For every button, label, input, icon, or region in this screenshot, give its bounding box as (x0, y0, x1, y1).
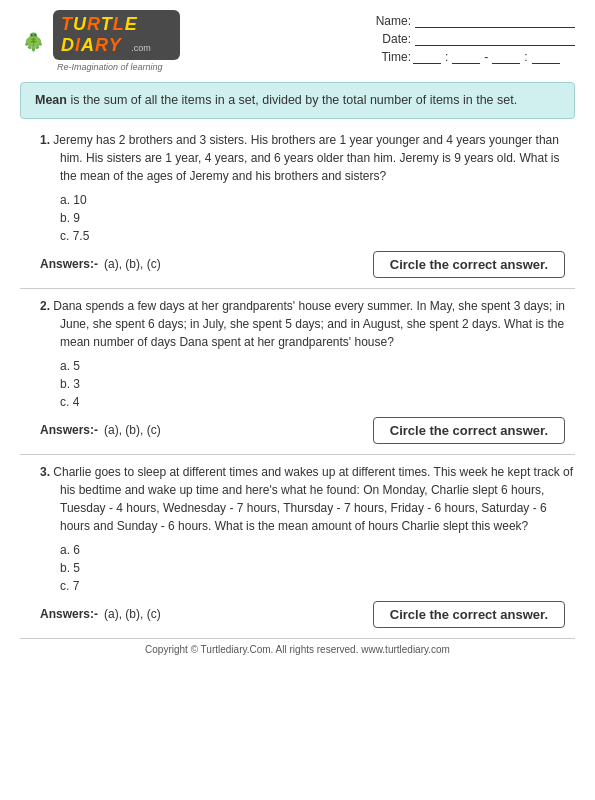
answer-choices-3: (a), (b), (c) (104, 607, 161, 621)
question-1-text: 1. Jeremy has 2 brothers and 3 sisters. … (40, 131, 575, 185)
date-row: Date: (371, 32, 575, 46)
svg-point-9 (34, 34, 36, 36)
logo-box: TURTLE DIARY .com (53, 10, 180, 60)
question-3-options: a. 6 b. 5 c. 7 (20, 543, 575, 593)
answers-row-3: Answers:- (a), (b), (c) Circle the corre… (20, 601, 575, 628)
answers-row-1: Answers:- (a), (b), (c) Circle the corre… (20, 251, 575, 278)
question-1: 1. Jeremy has 2 brothers and 3 sisters. … (20, 131, 575, 278)
name-line (415, 14, 575, 28)
circle-answer-2: Circle the correct answer. (373, 417, 565, 444)
turtle-icon (20, 21, 47, 61)
circle-answer-3: Circle the correct answer. (373, 601, 565, 628)
logo-com: .com (131, 43, 151, 53)
time-blank-4 (532, 50, 560, 64)
question-2-options: a. 5 b. 3 c. 4 (20, 359, 575, 409)
logo-text: TURTLE DIARY (61, 14, 138, 55)
option-1b: b. 9 (60, 211, 575, 225)
question-2-text: 2. Dana spends a few days at her grandpa… (40, 297, 575, 351)
info-text: is the sum of all the items in a set, di… (67, 93, 517, 107)
answers-label-3: Answers:- (40, 607, 98, 621)
name-date-fields: Name: Date: Time: : - : (371, 10, 575, 64)
answers-row-2: Answers:- (a), (b), (c) Circle the corre… (20, 417, 575, 444)
option-3a: a. 6 (60, 543, 575, 557)
logo-tagline: Re-Imagination of learning (57, 62, 180, 72)
divider-2 (20, 454, 575, 455)
time-label: Time: (371, 50, 411, 64)
question-1-options: a. 10 b. 9 c. 7.5 (20, 193, 575, 243)
question-2: 2. Dana spends a few days at her grandpa… (20, 297, 575, 444)
option-2c: c. 4 (60, 395, 575, 409)
name-label: Name: (371, 14, 411, 28)
time-blank-3 (492, 50, 520, 64)
logo-area: TURTLE DIARY .com Re-Imagination of lear… (20, 10, 180, 72)
option-1a: a. 10 (60, 193, 575, 207)
info-highlight: Mean (35, 93, 67, 107)
answer-choices-2: (a), (b), (c) (104, 423, 161, 437)
date-line (415, 32, 575, 46)
option-2b: b. 3 (60, 377, 575, 391)
time-row: Time: : - : (371, 50, 575, 64)
option-2a: a. 5 (60, 359, 575, 373)
question-3: 3. Charlie goes to sleep at different ti… (20, 463, 575, 628)
answer-choices-1: (a), (b), (c) (104, 257, 161, 271)
svg-point-6 (32, 46, 35, 51)
svg-point-8 (31, 34, 33, 36)
divider-1 (20, 288, 575, 289)
question-3-text: 3. Charlie goes to sleep at different ti… (40, 463, 575, 535)
header: TURTLE DIARY .com Re-Imagination of lear… (20, 10, 575, 72)
time-blank-1 (413, 50, 441, 64)
option-3c: c. 7 (60, 579, 575, 593)
answers-label-2: Answers:- (40, 423, 98, 437)
option-3b: b. 5 (60, 561, 575, 575)
footer-text: Copyright © Turtlediary.Com. All rights … (145, 644, 450, 655)
option-1c: c. 7.5 (60, 229, 575, 243)
info-box: Mean is the sum of all the items in a se… (20, 82, 575, 119)
circle-answer-1: Circle the correct answer. (373, 251, 565, 278)
answers-label-1: Answers:- (40, 257, 98, 271)
footer: Copyright © Turtlediary.Com. All rights … (20, 638, 575, 655)
name-row: Name: (371, 14, 575, 28)
date-label: Date: (371, 32, 411, 46)
time-blank-2 (452, 50, 480, 64)
worksheet-page: TURTLE DIARY .com Re-Imagination of lear… (0, 0, 595, 800)
